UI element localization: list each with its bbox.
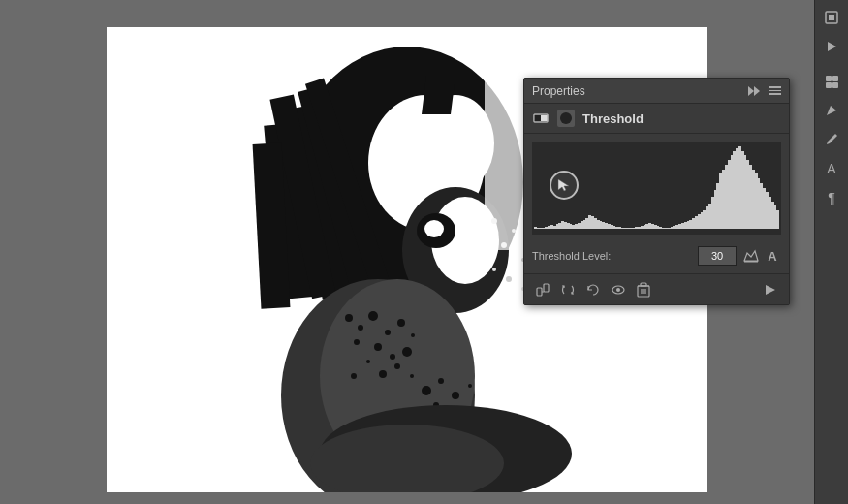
delete-icon[interactable] xyxy=(633,279,654,300)
svg-point-21 xyxy=(397,319,405,327)
panel-header: Properties xyxy=(524,79,789,104)
svg-point-27 xyxy=(366,360,370,363)
svg-marker-71 xyxy=(744,251,758,261)
svg-point-33 xyxy=(438,378,444,384)
histogram-bar xyxy=(776,210,779,229)
svg-rect-58 xyxy=(829,15,834,20)
threshold-icons: A xyxy=(742,247,781,265)
layer-icon-inner xyxy=(560,112,572,124)
svg-rect-61 xyxy=(832,76,838,81)
right-toolbar: A ¶ xyxy=(814,0,848,504)
clip-icon[interactable] xyxy=(532,279,553,300)
svg-point-13 xyxy=(424,220,444,237)
svg-point-19 xyxy=(368,311,378,321)
a-icon[interactable]: A xyxy=(764,247,781,265)
properties-panel: Properties xyxy=(523,78,790,305)
svg-marker-65 xyxy=(754,86,760,96)
bottom-icons-left xyxy=(532,279,654,300)
svg-rect-72 xyxy=(744,261,758,263)
threshold-level-label: Threshold Level: xyxy=(532,250,692,262)
svg-marker-14 xyxy=(422,76,455,114)
svg-rect-60 xyxy=(826,76,832,81)
svg-marker-70 xyxy=(558,179,569,191)
svg-point-25 xyxy=(390,354,395,360)
histogram-canvas[interactable] xyxy=(532,142,781,235)
svg-point-26 xyxy=(402,347,412,357)
svg-point-77 xyxy=(616,288,620,292)
toolbar-icon-paragraph[interactable]: ¶ xyxy=(818,184,845,211)
layer-icon xyxy=(557,110,575,127)
toolbar-icon-3[interactable] xyxy=(818,68,845,95)
threshold-level-row: Threshold Level: A xyxy=(524,238,789,273)
svg-point-31 xyxy=(351,373,357,379)
svg-point-17 xyxy=(345,314,353,322)
svg-point-18 xyxy=(358,325,363,331)
cycle-icon[interactable] xyxy=(557,279,579,300)
toolbar-icon-play[interactable] xyxy=(818,33,845,60)
svg-point-29 xyxy=(394,363,400,369)
svg-point-24 xyxy=(374,343,382,351)
svg-point-23 xyxy=(354,339,360,345)
panel-double-arrow[interactable] xyxy=(748,86,764,96)
svg-marker-84 xyxy=(766,285,775,295)
toolbar-icon-pen[interactable] xyxy=(818,126,845,153)
panel-collapse-arrow[interactable] xyxy=(760,279,781,300)
svg-rect-63 xyxy=(832,82,838,88)
svg-point-50 xyxy=(506,276,512,282)
adjustment-label: Threshold xyxy=(582,111,644,126)
panel-bottom-toolbar xyxy=(524,273,789,304)
panel-subheader: Threshold xyxy=(524,104,789,134)
toolbar-icon-1[interactable] xyxy=(818,4,845,31)
panel-menu-button[interactable] xyxy=(769,86,781,95)
panel-header-icons xyxy=(748,86,781,96)
toolbar-icon-text[interactable]: A xyxy=(818,155,845,182)
svg-marker-59 xyxy=(828,42,836,51)
svg-point-32 xyxy=(422,386,431,395)
svg-rect-73 xyxy=(537,288,542,296)
histogram-container xyxy=(524,134,789,238)
svg-marker-64 xyxy=(748,86,754,96)
eye-icon[interactable] xyxy=(608,279,629,300)
svg-rect-74 xyxy=(544,284,549,292)
svg-point-22 xyxy=(411,333,415,337)
toolbar-icon-4[interactable] xyxy=(818,97,845,124)
svg-point-35 xyxy=(468,384,472,388)
svg-point-20 xyxy=(385,330,391,335)
adjustment-type-icon xyxy=(532,110,550,127)
histogram-cursor xyxy=(550,171,579,200)
svg-rect-62 xyxy=(826,82,832,88)
svg-rect-80 xyxy=(641,283,646,286)
svg-point-34 xyxy=(452,392,459,399)
svg-point-30 xyxy=(410,374,414,378)
threshold-input[interactable] xyxy=(698,246,737,266)
svg-point-28 xyxy=(379,370,387,378)
svg-point-49 xyxy=(492,268,496,271)
reset-icon[interactable] xyxy=(582,279,604,300)
panel-title: Properties xyxy=(532,84,585,98)
auto-icon[interactable] xyxy=(742,247,760,265)
